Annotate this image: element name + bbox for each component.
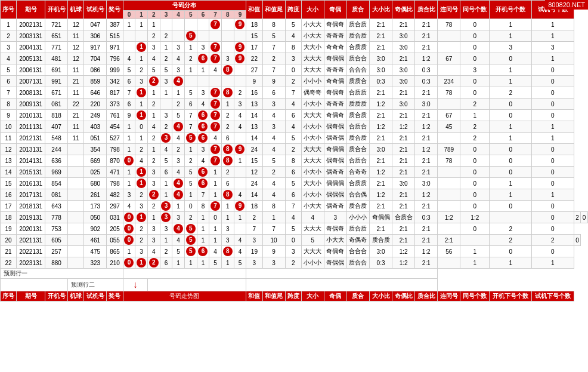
trial-cnt: 0	[532, 155, 574, 167]
primecomp: 质合合	[346, 257, 369, 269]
trial-cnt: 0	[532, 87, 574, 99]
trial-cnt: 1	[532, 30, 574, 42]
trial-cnt: 0	[532, 167, 574, 178]
trial: 917	[84, 42, 107, 53]
oer: 2:1	[392, 155, 415, 167]
col-primecomp: 质合	[346, 1, 369, 19]
sum: 22	[246, 53, 262, 64]
oer: 2:1	[392, 189, 415, 201]
dist-1: 0	[135, 121, 148, 133]
oer: 2:1	[415, 235, 438, 246]
seq: 11	[1, 133, 17, 144]
primecomp: 合合偶	[346, 189, 369, 201]
oer: 2:1	[392, 144, 415, 155]
open: 407	[45, 121, 68, 133]
dist-7: 7	[209, 144, 222, 155]
primecomp: 质质质	[346, 99, 369, 110]
award: 031	[107, 212, 123, 223]
trial: 051	[84, 133, 107, 144]
table-row: 1200213172112047387111791885小大大奇偶奇质合质2:1…	[1, 19, 588, 30]
predict-row-1: 预测行一	[1, 269, 588, 279]
pcr: 2:1	[415, 257, 438, 269]
trial: 669	[84, 155, 107, 167]
oddeven: 偶奇偶	[324, 121, 346, 133]
dist-2: 1	[147, 87, 160, 99]
dist-0: 1	[123, 121, 135, 133]
dist-5: 1	[184, 189, 197, 201]
trial: 403	[84, 121, 107, 133]
footer-ball: 机球	[68, 291, 84, 302]
bigsmall: 大大大	[301, 223, 324, 235]
award: 454	[107, 121, 123, 133]
dist-4: 4	[172, 189, 185, 201]
open-cnt: 0	[490, 201, 532, 212]
bigsmall: 小大大	[301, 201, 324, 212]
span: 3	[285, 53, 301, 64]
oddeven: 奇偶奇	[324, 223, 346, 235]
footer-oer: 奇偶比	[392, 291, 415, 302]
ball	[68, 178, 84, 189]
ball: 12	[68, 42, 84, 53]
dist-4: 3	[172, 212, 185, 223]
ball: 22	[68, 99, 84, 110]
dist-3: 3	[160, 212, 172, 223]
ball: 12	[68, 19, 84, 30]
col-span: 跨度	[285, 1, 301, 19]
open-cnt: 1	[490, 257, 532, 269]
dist-5: 7	[184, 121, 197, 133]
oddeven: 奇偶偶	[370, 212, 392, 223]
same: 0	[460, 223, 490, 235]
dist-1: 1	[135, 257, 148, 269]
dist-2: 3	[147, 235, 160, 246]
ball	[68, 144, 84, 155]
period: 2011131	[17, 121, 45, 133]
ball: 11	[68, 121, 84, 133]
seq: 6	[1, 76, 17, 87]
open-cnt: 2	[490, 223, 532, 235]
period: 2023131	[17, 257, 45, 269]
table-row: 1520161318546807981131456162445大大小偶偶偶合质质…	[1, 178, 588, 189]
footer-tail: 和值尾	[262, 291, 285, 302]
dist-0: 0	[123, 235, 135, 246]
dist-9: 4	[234, 189, 246, 201]
dist-0: 4	[123, 53, 135, 64]
period: 2021131	[17, 235, 45, 246]
num-header-6: 6	[197, 11, 209, 19]
table-row: 52006131691110869995255311482770大大大奇奇奇合合…	[1, 64, 588, 76]
pcr: 2:1	[415, 110, 438, 121]
dist-4: 5	[172, 110, 185, 121]
bsr: 1:2	[370, 167, 392, 178]
dist-3: 1	[160, 189, 172, 201]
dist-2: 2	[147, 189, 160, 201]
cons	[438, 133, 460, 144]
open: 771	[45, 42, 68, 53]
ball	[68, 212, 84, 223]
cons	[438, 223, 460, 235]
num-header-2: 2	[147, 11, 160, 19]
open: 880	[45, 257, 68, 269]
dist-6: 1	[197, 223, 209, 235]
period: 2009131	[17, 99, 45, 110]
col-bsr: 大小比	[370, 1, 392, 19]
open-cnt: 2	[490, 87, 532, 99]
dist-2: 2	[147, 99, 160, 110]
sum: 13	[246, 121, 262, 133]
period: 2020131	[17, 223, 45, 235]
dist-8: 3	[221, 223, 234, 235]
bigsmall: 大大大	[301, 246, 324, 257]
award: 482	[107, 189, 123, 201]
num-header-4: 4	[172, 11, 185, 19]
footer-same: 同号个数	[460, 291, 490, 302]
dist-0: 5	[123, 64, 135, 76]
num-header-9: 9	[234, 11, 246, 19]
oer: 2:1	[392, 167, 415, 178]
trial: 680	[84, 178, 107, 189]
ball: 11	[68, 87, 84, 99]
seq: 10	[1, 121, 17, 133]
predict-row-2: 预测行二 ↓	[1, 279, 588, 291]
primecomp: 合合合	[346, 246, 369, 257]
seq: 21	[1, 246, 17, 257]
trial: 461	[84, 235, 107, 246]
oddeven: 奇偶奇	[324, 87, 346, 99]
dist-9: 9	[234, 42, 246, 53]
